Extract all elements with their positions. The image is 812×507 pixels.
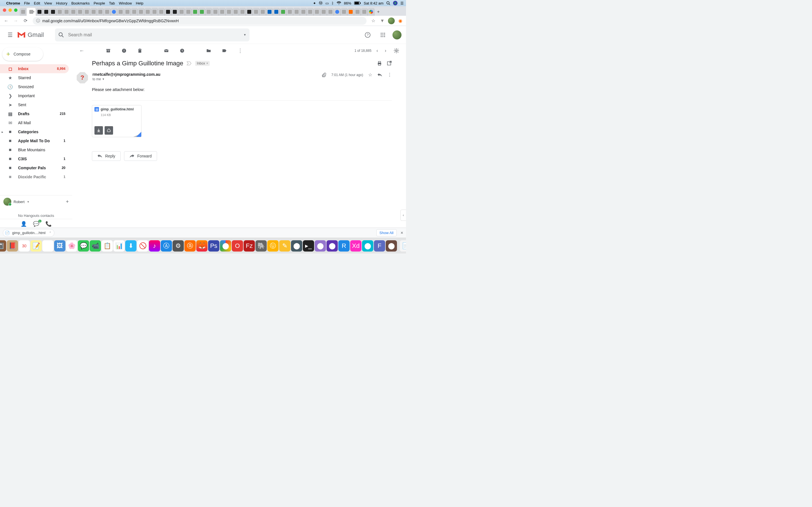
menu-bookmarks[interactable]: Bookmarks <box>71 1 90 5</box>
menu-people[interactable]: People <box>94 1 105 5</box>
sidebar-item-label[interactable]: ■ C3IS 1 <box>0 154 69 163</box>
browser-tab[interactable] <box>117 8 124 16</box>
hangouts-chat-tab[interactable]: 💬1 <box>33 221 39 227</box>
search-icon[interactable] <box>58 32 64 38</box>
browser-tab[interactable] <box>36 8 43 16</box>
itunes-app[interactable]: ♪ <box>149 240 160 251</box>
download-menu-caret[interactable]: ⌃ <box>49 231 51 234</box>
menu-history[interactable]: History <box>56 1 67 5</box>
browser-tab[interactable] <box>90 8 97 16</box>
delete-button[interactable] <box>135 46 145 56</box>
sidebar-item-label[interactable]: ■ Dioxide Pacific 1 <box>0 172 69 181</box>
gmail-logo[interactable]: Gmail <box>17 31 44 39</box>
attachment-card[interactable]: ▤ gimp_guillotine.html 114 KB <box>92 105 142 137</box>
app[interactable]: ✎ <box>279 240 290 251</box>
menu-edit[interactable]: Edit <box>34 1 40 5</box>
browser-tab[interactable] <box>280 8 287 16</box>
app[interactable]: ⬤ <box>291 240 302 251</box>
facetime-app[interactable]: 📹 <box>90 240 101 251</box>
preview-app[interactable]: 🖼 <box>54 240 65 251</box>
url-field[interactable]: ⓘ mail.google.com/mail/u/0/#inbox/FMfcgx… <box>33 17 366 25</box>
search-box[interactable]: ▼ <box>55 29 250 41</box>
browser-tab[interactable] <box>219 8 225 16</box>
calendar-app[interactable]: 30 <box>18 240 30 251</box>
app[interactable]: ⓐ <box>185 240 196 251</box>
browser-tab[interactable] <box>165 8 171 16</box>
minimize-window[interactable] <box>8 8 12 12</box>
print-button[interactable] <box>377 61 382 66</box>
hangouts-contacts-tab[interactable]: 👤 <box>20 221 27 227</box>
app[interactable]: Ps <box>208 240 219 251</box>
apps-grid-icon[interactable] <box>377 29 389 41</box>
xd-app[interactable]: Xd <box>350 240 361 251</box>
app[interactable]: F <box>374 240 385 251</box>
browser-tab[interactable] <box>354 8 361 16</box>
labels-button[interactable] <box>219 46 230 56</box>
account-avatar[interactable] <box>393 31 402 40</box>
back-to-inbox-button[interactable]: ← <box>77 46 87 56</box>
clock[interactable]: Sat 8:42 am <box>364 1 384 5</box>
browser-tab[interactable] <box>185 8 192 16</box>
main-menu-button[interactable]: ☰ <box>4 29 16 41</box>
extension-icon[interactable]: ▼ <box>379 17 386 24</box>
menu-help[interactable]: Help <box>136 1 144 5</box>
app[interactable]: ⚙ <box>172 240 184 251</box>
browser-tab[interactable] <box>334 8 341 16</box>
browser-tab[interactable] <box>56 8 63 16</box>
chrome-app[interactable]: ⬤ <box>220 240 231 251</box>
download-item[interactable]: 📄 gimp_guillotin....html ⌃ <box>3 229 54 237</box>
menu-app[interactable]: Chrome <box>6 1 20 5</box>
remove-label-icon[interactable]: × <box>206 61 208 65</box>
browser-tab[interactable] <box>110 8 117 16</box>
browser-tab-active[interactable] <box>27 8 36 16</box>
reload-button[interactable]: ⟳ <box>21 17 29 25</box>
new-tab-button[interactable]: + <box>374 8 382 16</box>
opera-app[interactable]: O <box>232 240 243 251</box>
browser-tab[interactable] <box>205 8 212 16</box>
messages-app[interactable]: 💬 <box>78 240 89 251</box>
back-button[interactable]: ← <box>2 17 10 25</box>
app[interactable]: ⬇ <box>125 240 137 251</box>
app[interactable]: 📊 <box>113 240 124 251</box>
save-to-drive-button[interactable] <box>105 126 113 135</box>
airplay-icon[interactable]: ▭ <box>325 1 329 5</box>
archive-button[interactable] <box>103 46 113 56</box>
reply-button[interactable]: Reply <box>92 151 121 161</box>
app[interactable]: Ⓤ <box>267 240 278 251</box>
browser-tab[interactable] <box>253 8 259 16</box>
add-contact-button[interactable]: + <box>66 199 69 205</box>
browser-tab[interactable] <box>287 8 293 16</box>
browser-tab[interactable] <box>293 8 300 16</box>
browser-tab[interactable] <box>131 8 138 16</box>
spotlight-icon[interactable] <box>386 1 390 5</box>
app[interactable]: ⬤ <box>362 240 373 251</box>
browser-tab[interactable] <box>63 8 70 16</box>
browser-tab[interactable] <box>97 8 104 16</box>
sidebar-item-categories[interactable]: ▸ ■ Categories <box>0 127 69 136</box>
mark-unread-button[interactable] <box>161 46 171 56</box>
forward-button[interactable]: Forward <box>124 151 157 161</box>
browser-tab[interactable] <box>327 8 334 16</box>
browser-tab[interactable] <box>124 8 131 16</box>
sidebar-item-label[interactable]: ■ Blue Mountains <box>0 145 69 154</box>
settings-gear-icon[interactable] <box>391 46 402 56</box>
app[interactable]: 📋 <box>101 240 113 251</box>
menu-file[interactable]: File <box>24 1 30 5</box>
chevron-down-icon[interactable]: ▼ <box>27 200 30 203</box>
sidebar-item-sent[interactable]: ➤ Sent <box>0 100 69 109</box>
important-marker-icon[interactable] <box>187 61 192 66</box>
filezilla-app[interactable]: Fz <box>244 240 255 251</box>
contacts-app[interactable]: 📕 <box>7 240 18 251</box>
browser-tab[interactable] <box>70 8 77 16</box>
sidebar-item-inbox[interactable]: ◻ Inbox 8,994 <box>0 64 69 73</box>
browser-tab[interactable] <box>300 8 307 16</box>
browser-tab[interactable] <box>151 8 158 16</box>
browser-tab[interactable] <box>20 8 27 16</box>
browser-tab[interactable] <box>50 8 56 16</box>
close-window[interactable] <box>3 8 6 12</box>
browser-tab[interactable] <box>347 8 354 16</box>
mamp-app[interactable]: 🐘 <box>255 240 267 251</box>
browser-tab[interactable] <box>361 8 368 16</box>
compose-button[interactable]: Compose <box>2 47 43 61</box>
status-icon[interactable]: Ⓜ <box>319 1 322 6</box>
